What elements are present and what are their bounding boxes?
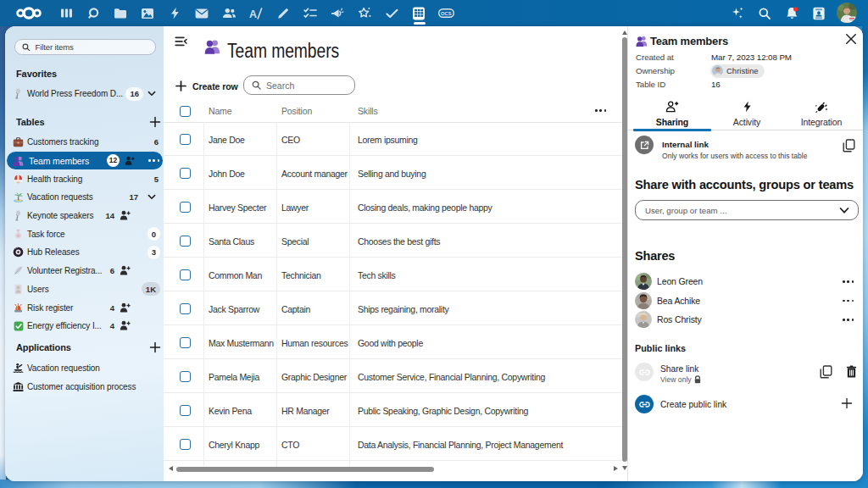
share-actions-menu[interactable] bbox=[843, 319, 854, 321]
table-row[interactable]: Santa Claus Special Chooses the best gif… bbox=[164, 224, 622, 258]
horizontal-scrollbar[interactable] bbox=[176, 467, 434, 472]
svg-text:A: A bbox=[249, 8, 257, 19]
files-folder-icon[interactable] bbox=[107, 0, 134, 26]
shares-heading: Shares bbox=[635, 249, 675, 263]
vertical-scrollbar[interactable] bbox=[622, 37, 627, 462]
row-checkbox[interactable] bbox=[180, 405, 191, 416]
dashboard-icon[interactable] bbox=[53, 0, 80, 26]
tables-heading: Tables bbox=[16, 117, 44, 127]
owner-name: Christine bbox=[726, 66, 759, 75]
row-checkbox[interactable] bbox=[180, 202, 191, 213]
assistant-text-icon[interactable]: A bbox=[242, 0, 270, 26]
briefcase-emoji-icon bbox=[13, 136, 24, 147]
row-checkbox[interactable] bbox=[180, 303, 191, 314]
sidebar-item-vacation-requestion[interactable]: Vacation requestion bbox=[5, 358, 164, 377]
sidebar-item-users[interactable]: Users 1K bbox=[5, 280, 164, 299]
tab-sharing[interactable]: Sharing bbox=[635, 97, 709, 130]
nextcloud-logo[interactable] bbox=[14, 0, 43, 26]
approvals-check-icon[interactable] bbox=[378, 0, 405, 26]
sidebar-item-volunteer-registration[interactable]: Volunteer Registra... 6 bbox=[5, 262, 164, 280]
chevron-down-icon[interactable] bbox=[147, 91, 156, 97]
feather-emoji-icon bbox=[13, 265, 24, 276]
tab-integration[interactable]: Integration bbox=[784, 97, 859, 130]
row-checkbox[interactable] bbox=[180, 337, 191, 348]
sidebar-item-keynote-speakers[interactable]: Keynote speakers 14 bbox=[5, 207, 164, 225]
table-row[interactable]: Kevin Pena HR Manager Public Speaking, G… bbox=[164, 393, 622, 427]
share-select-dropdown[interactable]: User, group or team ... bbox=[635, 200, 859, 220]
item-count-badge: 16 bbox=[125, 87, 143, 101]
share-actions-menu[interactable] bbox=[843, 280, 854, 283]
contacts-icon[interactable] bbox=[215, 0, 242, 26]
sidebar-item-task-force[interactable]: Task force 0 bbox=[5, 225, 164, 243]
sidebar-item-hub-releases[interactable]: Hub Releases 3 bbox=[5, 243, 164, 262]
table-search-input[interactable]: Search bbox=[243, 75, 355, 95]
notifications-bell-icon[interactable] bbox=[778, 0, 805, 26]
sidebar-item-health-tracking[interactable]: Health tracking 5 bbox=[5, 169, 164, 188]
select-all-checkbox[interactable] bbox=[180, 106, 191, 117]
sidebar-item-world-press[interactable]: World Press Freedom D... 16 bbox=[5, 85, 164, 103]
ocs-badge-icon[interactable]: OCS bbox=[432, 0, 459, 26]
share-row-leon[interactable]: Leon Green bbox=[628, 272, 863, 291]
table-id-value: 16 bbox=[711, 80, 721, 89]
share-actions-menu[interactable] bbox=[843, 300, 854, 302]
notes-pen-icon[interactable] bbox=[270, 0, 297, 26]
table-row[interactable]: Pamela Mejia Graphic Designer Customer S… bbox=[164, 359, 622, 393]
search-icon[interactable] bbox=[751, 0, 778, 26]
copy-internal-link-icon[interactable] bbox=[843, 139, 855, 156]
table-row[interactable]: Common Man Technician Tech skills bbox=[164, 258, 622, 291]
copy-share-link-icon[interactable] bbox=[820, 365, 832, 382]
item-count: 4 bbox=[110, 303, 114, 313]
tab-activity[interactable]: Activity bbox=[709, 97, 784, 130]
table-row[interactable]: Cheryl Knapp CTO Data Analysis, Financia… bbox=[164, 427, 622, 461]
collectives-star-icon[interactable] bbox=[351, 0, 378, 26]
table-row[interactable]: John Doe Account manager Selling and buy… bbox=[164, 156, 622, 190]
filter-input[interactable]: Filter items bbox=[14, 39, 156, 55]
user-avatar[interactable] bbox=[837, 3, 857, 23]
scroll-right-arrow[interactable] bbox=[614, 466, 620, 472]
table-row[interactable]: Max Mustermann Human resources Good with… bbox=[164, 325, 622, 359]
main-content: Team members Create row Search Name Posi… bbox=[164, 26, 627, 481]
row-checkbox[interactable] bbox=[180, 134, 191, 145]
search-icon bbox=[252, 80, 261, 90]
row-checkbox[interactable] bbox=[180, 168, 191, 179]
add-table-button[interactable] bbox=[149, 116, 161, 128]
announcements-megaphone-icon[interactable] bbox=[324, 0, 351, 26]
add-public-link-icon[interactable] bbox=[841, 397, 853, 413]
assistant-sparkles-icon[interactable] bbox=[724, 0, 751, 26]
table-options-menu[interactable] bbox=[595, 109, 606, 112]
sidebar-item-customer-acquisition[interactable]: Customer acquisition process bbox=[5, 377, 164, 396]
share-row-bea[interactable]: Bea Achike bbox=[628, 291, 863, 311]
sidebar-item-team-members-selected[interactable]: Team members 12 bbox=[7, 152, 163, 170]
contacts-menu-icon[interactable] bbox=[805, 0, 832, 26]
item-actions-menu[interactable] bbox=[148, 159, 159, 162]
table-row[interactable]: Jane Doe CEO Lorem ipsuming bbox=[164, 122, 622, 156]
table-row[interactable]: Jack Sparrow Captain Ships regaining, mo… bbox=[164, 291, 622, 325]
sidebar-item-risk-register[interactable]: Risk register 4 bbox=[5, 298, 164, 317]
scroll-left-arrow[interactable] bbox=[169, 466, 175, 472]
collapse-sidebar-icon[interactable] bbox=[175, 35, 192, 50]
tasks-checklist-icon[interactable] bbox=[297, 0, 324, 26]
delete-share-link-icon[interactable] bbox=[846, 365, 857, 381]
share-name: Leon Green bbox=[657, 276, 703, 286]
row-checkbox[interactable] bbox=[180, 236, 191, 247]
sidebar-item-customers-tracking[interactable]: Customers tracking 6 bbox=[5, 133, 164, 152]
close-panel-icon[interactable] bbox=[844, 32, 859, 47]
mail-icon[interactable] bbox=[188, 0, 215, 26]
chevron-down-icon[interactable] bbox=[147, 194, 156, 200]
item-count: 6 bbox=[154, 137, 159, 147]
add-application-button[interactable] bbox=[149, 341, 161, 353]
row-checkbox[interactable] bbox=[180, 439, 191, 450]
sidebar-item-energy-efficiency[interactable]: Energy efficiency I... 4 bbox=[5, 317, 164, 336]
activity-lightning-icon[interactable] bbox=[161, 0, 188, 26]
internal-link-caption: Only works for users with access to this… bbox=[662, 152, 807, 160]
photos-icon[interactable] bbox=[134, 0, 161, 26]
nextcloud-tables-app: A bbox=[0, 0, 868, 488]
table-row[interactable]: Harvey Specter Lawyer Closing deals, mak… bbox=[164, 190, 622, 224]
search-circle-icon[interactable] bbox=[80, 0, 107, 26]
share-row-ros[interactable]: Ros Christy bbox=[628, 310, 863, 330]
ownership-value-pill[interactable]: Christine bbox=[710, 64, 765, 78]
row-checkbox[interactable] bbox=[180, 269, 191, 280]
sidebar-item-vacation-requests[interactable]: Vacation requests 17 bbox=[5, 188, 164, 207]
create-row-button[interactable]: Create row bbox=[175, 77, 238, 95]
row-checkbox[interactable] bbox=[180, 371, 191, 382]
